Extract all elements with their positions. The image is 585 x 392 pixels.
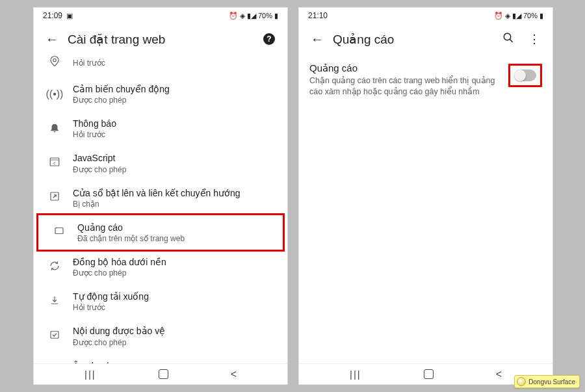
svg-rect-4 — [51, 332, 58, 339]
ads-toggle-row[interactable]: Quảng cáo Chặn quảng cáo trên các trang … — [299, 55, 552, 105]
setting-ads[interactable]: Quảng cáo Đã chặn trên một số trang web — [36, 213, 285, 252]
download-icon — [49, 294, 60, 309]
setting-subtitle: Bị chặn — [73, 200, 277, 209]
ads-detail-content: Quảng cáo Chặn quảng cáo trên các trang … — [299, 55, 552, 363]
svg-rect-3 — [55, 228, 63, 234]
setting-title: Nội dung được bảo vệ — [73, 325, 277, 337]
signal-icon: ▮◢ — [512, 12, 521, 20]
wifi-icon: ◈ — [505, 12, 510, 20]
setting-sound[interactable]: Âm thanh Được cho phép — [34, 354, 287, 364]
popup-icon — [49, 190, 60, 205]
watermark-icon — [517, 377, 526, 386]
setting-notifications[interactable]: Thông báo Hỏi trước — [34, 111, 287, 146]
setting-location[interactable]: Hỏi trước — [34, 55, 287, 77]
toggle-knob — [514, 70, 526, 81]
battery-icon: ▮ — [274, 12, 278, 20]
ads-toggle-highlight — [508, 64, 542, 87]
phone-right: 21:10 ⏰ ◈ ▮◢ 70% ▮ ← Quảng cáo ⋮ Quảng c… — [299, 8, 552, 384]
setting-popups[interactable]: Cửa sổ bật lên và liên kết chuyển hướng … — [34, 181, 287, 215]
more-vert-icon: ⋮ — [528, 32, 540, 46]
nav-back-button[interactable]: < — [496, 369, 502, 380]
search-button[interactable] — [495, 26, 521, 52]
setting-auto-download[interactable]: Tự động tải xuống Hỏi trước — [34, 284, 287, 319]
svg-point-0 — [53, 59, 57, 62]
motion-icon: ((•)) — [46, 88, 64, 100]
setting-title: JavaScript — [73, 152, 277, 164]
back-button[interactable]: ← — [304, 26, 330, 52]
location-icon — [49, 55, 60, 70]
svg-point-5 — [504, 33, 511, 40]
settings-list: Hỏi trước ((•)) Cảm biến chuyển động Đượ… — [34, 55, 287, 363]
screenshot-icon: ▣ — [66, 12, 73, 20]
sync-icon — [49, 260, 60, 274]
wifi-icon: ◈ — [240, 12, 245, 20]
page-title: Quảng cáo — [333, 32, 495, 47]
page-title: Cài đặt trang web — [68, 32, 256, 47]
signal-icon: ▮◢ — [247, 12, 256, 20]
battery-icon: ▮ — [540, 12, 543, 20]
search-icon — [502, 32, 514, 47]
protected-icon — [49, 329, 60, 343]
app-bar: ← Cài đặt trang web ? — [34, 23, 287, 55]
back-button[interactable]: ← — [39, 26, 65, 52]
status-bar: 21:10 ⏰ ◈ ▮◢ 70% ▮ — [299, 8, 552, 23]
battery-text: 70% — [523, 12, 538, 20]
setting-subtitle: Được cho phép — [73, 96, 277, 105]
setting-subtitle: Hỏi trước — [73, 303, 277, 312]
setting-javascript[interactable]: JavaScript Được cho phép — [34, 146, 287, 180]
setting-title: Thông báo — [73, 118, 277, 129]
android-navbar: ||| < — [34, 363, 287, 384]
back-arrow-icon: ← — [46, 32, 58, 47]
setting-motion[interactable]: ((•)) Cảm biến chuyển động Được cho phép — [34, 77, 287, 111]
bell-icon — [49, 122, 60, 136]
setting-subtitle: Hỏi trước — [73, 130, 277, 139]
setting-protected-content[interactable]: Nội dung được bảo vệ Được cho phép — [34, 319, 287, 353]
alarm-icon: ⏰ — [494, 12, 503, 20]
status-bar: 21:09 ▣ ⏰ ◈ ▮◢ 70% ▮ — [34, 8, 287, 23]
watermark-text: Dongvu Surface — [528, 378, 575, 385]
nav-home-button[interactable] — [424, 369, 434, 379]
javascript-icon — [49, 156, 60, 170]
ads-icon — [53, 225, 65, 239]
status-time: 21:09 — [43, 11, 62, 20]
setting-background-sync[interactable]: Đồng bộ hóa dưới nền Được cho phép — [34, 250, 287, 284]
status-time: 21:10 — [308, 11, 328, 20]
setting-subtitle: Được cho phép — [73, 165, 277, 174]
nav-recent-button[interactable]: ||| — [84, 369, 96, 380]
setting-title: Cảm biến chuyển động — [73, 83, 277, 95]
alarm-icon: ⏰ — [229, 12, 238, 20]
nav-home-button[interactable] — [159, 369, 168, 379]
setting-subtitle: Được cho phép — [73, 338, 277, 347]
setting-title: Tự động tải xuống — [73, 291, 277, 302]
back-arrow-icon: ← — [311, 32, 324, 47]
battery-text: 70% — [258, 12, 272, 20]
ads-title: Quảng cáo — [309, 62, 502, 74]
setting-subtitle: Hỏi trước — [73, 59, 277, 68]
help-button[interactable]: ? — [256, 26, 282, 52]
help-icon: ? — [263, 33, 275, 45]
phone-left: 21:09 ▣ ⏰ ◈ ▮◢ 70% ▮ ← Cài đặt trang web… — [34, 8, 287, 384]
ads-toggle[interactable] — [514, 70, 536, 81]
nav-back-button[interactable]: < — [231, 369, 237, 380]
setting-subtitle: Đã chặn trên một số trang web — [77, 234, 272, 243]
overflow-button[interactable]: ⋮ — [521, 26, 547, 52]
setting-title: Cửa sổ bật lên và liên kết chuyển hướng — [73, 187, 277, 199]
nav-recent-button[interactable]: ||| — [350, 369, 361, 380]
app-bar: ← Quảng cáo ⋮ — [299, 23, 552, 55]
setting-subtitle: Được cho phép — [73, 268, 277, 278]
ads-description: Chặn quảng cáo trên các trang web hiển t… — [309, 75, 502, 98]
setting-title: Đồng bộ hóa dưới nền — [73, 256, 277, 268]
setting-title: Quảng cáo — [77, 222, 272, 233]
watermark-badge: Dongvu Surface — [514, 375, 580, 388]
